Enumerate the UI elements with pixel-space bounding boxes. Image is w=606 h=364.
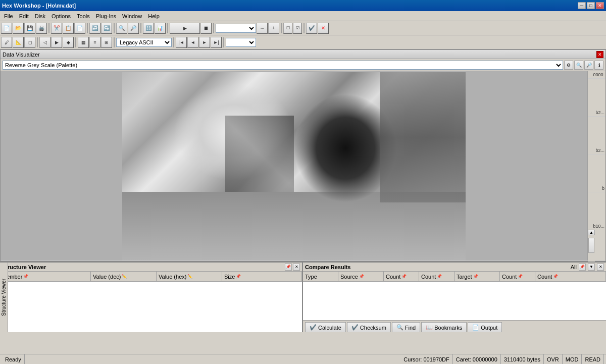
vis-mid-region (225, 116, 294, 192)
status-cursor: Cursor: 001970DF (400, 354, 453, 364)
dv-info[interactable]: ℹ (594, 61, 603, 70)
address-dropdown[interactable] (216, 24, 256, 33)
tb2-5[interactable]: ▶ (51, 37, 62, 48)
cr-title: Compare Results (305, 264, 350, 270)
tb-undo[interactable]: ↩️ (89, 23, 100, 34)
tb2-6[interactable]: ◆ (63, 37, 74, 48)
minimize-button[interactable]: ─ (578, 2, 586, 9)
cr-filter-button[interactable]: ▼ (588, 264, 595, 271)
sv-side-tab[interactable]: Structure Viewer (0, 263, 8, 332)
tb-ok[interactable]: ▶ (170, 23, 200, 34)
tb-nav-next[interactable]: ► (199, 37, 210, 48)
tab-checksum[interactable]: ✔️ Checksum (347, 322, 391, 332)
menu-options[interactable]: Options (48, 12, 74, 20)
tb-nav-prev[interactable]: ◄ (187, 37, 198, 48)
dv-content: 0000: b2... b2... b b10... ▲ ▼ (1, 71, 605, 261)
tab-bookmarks[interactable]: 📖 Bookmarks (421, 322, 467, 332)
nav-dropdown[interactable] (226, 38, 256, 47)
tb-print[interactable]: 🖨️ (36, 23, 47, 34)
tb-compare[interactable]: 🔡 (143, 23, 154, 34)
dv-settings[interactable]: ⚙ (564, 61, 573, 70)
tab-output[interactable]: 📄 Output (468, 322, 502, 332)
dv-addr-4: b (588, 185, 605, 192)
sv-close-button[interactable]: ✕ (293, 264, 300, 271)
dv-zoom-out[interactable]: 🔎 (584, 61, 593, 70)
tab-find[interactable]: 🔍 Find (392, 322, 420, 332)
sv-valuedec-label: Value (dec) (93, 274, 121, 280)
tb2-7[interactable]: ▦ (78, 37, 89, 48)
restore-button[interactable]: □ (587, 2, 595, 9)
scroll-up-arrow[interactable]: ▲ (588, 230, 595, 235)
tb-hex-check[interactable]: ✔️ (306, 23, 317, 34)
tb2-8[interactable]: ≡ (89, 37, 100, 48)
tb-save[interactable]: 💾 (24, 23, 35, 34)
encoding-dropdown[interactable]: Legacy ASCII (116, 38, 172, 47)
tb2-3[interactable]: ◻ (24, 37, 35, 48)
tb-copy[interactable]: 📋 (63, 23, 74, 34)
tb-open[interactable]: 📂 (13, 23, 24, 34)
tb-goto[interactable]: → (257, 23, 268, 34)
cr-pin-button[interactable]: 📌 (579, 264, 586, 271)
tb2-9[interactable]: ⊞ (101, 37, 112, 48)
palette-dropdown[interactable]: Reverse Grey Scale (Palette) Grey Scale … (3, 61, 563, 70)
sv-header: Structure Viewer 📌 ✕ (0, 263, 302, 272)
menu-edit[interactable]: Edit (16, 12, 32, 20)
dv-addr-1: 0000: (588, 71, 605, 79)
read-text: READ (585, 356, 600, 362)
tb-redo[interactable]: ↪️ (101, 23, 112, 34)
cr-type-label: Type (305, 274, 317, 280)
status-caret: Caret: 00000000 (453, 354, 501, 364)
sv-valuedec-icon: ✏️ (122, 274, 127, 279)
tab-calculate[interactable]: ✔️ Calculate (305, 322, 346, 332)
status-size: 3110400 bytes (501, 354, 544, 364)
menu-help[interactable]: Help (145, 12, 163, 20)
sep3 (114, 23, 115, 33)
menu-plugins[interactable]: Plug-Ins (93, 12, 119, 20)
sep9 (37, 37, 38, 47)
tb-chart[interactable]: 📊 (155, 23, 166, 34)
cr-col-source: Source 📌 (338, 272, 384, 281)
cursor-text: Cursor: 001970DF (403, 356, 449, 362)
menu-tools[interactable]: Tools (74, 12, 93, 20)
dv-zoom-in[interactable]: 🔍 (574, 61, 583, 70)
tb2-2[interactable]: 📐 (13, 37, 24, 48)
menu-file[interactable]: File (1, 12, 16, 20)
tb2-1[interactable]: 🖊 (1, 37, 12, 48)
cr-count4-icon: 📌 (553, 274, 558, 279)
tb-find[interactable]: 🔍 (116, 23, 127, 34)
cr-count2-icon: 📌 (437, 274, 442, 279)
tb-new[interactable]: 📄 (1, 23, 12, 34)
sv-pin-button[interactable]: 📌 (285, 264, 292, 271)
tb-find-next[interactable]: 🔎 (128, 23, 139, 34)
sv-title: Structure Viewer (2, 264, 46, 270)
cr-header: Compare Results All 📌 ▼ ✕ (303, 263, 606, 272)
cr-count1-label: Count (386, 274, 400, 280)
tb2-4[interactable]: ◁ (39, 37, 50, 48)
cr-col-count1: Count 📌 (384, 272, 419, 281)
close-button[interactable]: ✕ (596, 2, 604, 9)
cr-x-button[interactable]: ✕ (597, 264, 604, 271)
output-label: Output (481, 325, 497, 331)
tb-nav-last[interactable]: ►| (211, 37, 222, 48)
sv-columns: Member 📌 Value (dec) ✏️ Value (hex) ✏️ S… (0, 272, 302, 282)
tb-addr-add[interactable]: + (268, 23, 279, 34)
tb-stop[interactable]: ⏹ (200, 23, 212, 34)
cr-count2-label: Count (421, 274, 436, 280)
menu-window[interactable]: Window (119, 12, 145, 20)
scroll-thumb-v[interactable] (588, 238, 594, 253)
tb-cut[interactable]: ✂️ (51, 23, 62, 34)
caret-text: Caret: 00000000 (456, 356, 497, 362)
cr-count3-icon: 📌 (518, 274, 523, 279)
sep2 (87, 23, 88, 33)
tb-hex-x[interactable]: ✕ (318, 23, 329, 34)
sv-controls: 📌 ✕ (285, 264, 300, 271)
sv-size-icon: 📌 (236, 274, 241, 279)
dv-close-button[interactable]: ✕ (596, 51, 603, 58)
structure-viewer: Structure Viewer 📌 ✕ Member 📌 Value (dec… (0, 263, 303, 332)
checksum-label: Checksum (360, 325, 386, 331)
tb-vis2[interactable]: ☑ (293, 23, 302, 34)
tb-vis1[interactable]: ☐ (283, 23, 292, 34)
tb-paste[interactable]: 📄 (74, 23, 85, 34)
menu-disk[interactable]: Disk (32, 12, 48, 20)
tb-nav-first[interactable]: |◄ (176, 37, 187, 48)
